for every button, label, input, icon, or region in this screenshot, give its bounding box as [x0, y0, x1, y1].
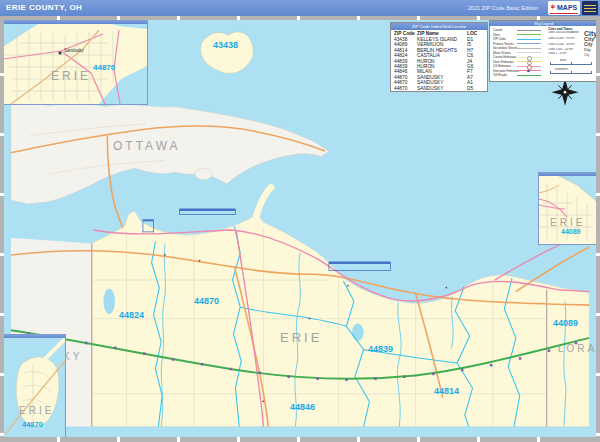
city-size-label: Cities 25,000 - 49,999: [548, 43, 574, 46]
grid-tick-border-right: [596, 16, 600, 442]
title-bar: ERIE COUNTY, OH 2021 ZIP Code Basic Edit…: [0, 0, 600, 16]
city-size-sample: City: [584, 48, 591, 52]
legend-item-label: ZIP Code: [493, 37, 506, 40]
legend-item-label: County Highways: [493, 55, 516, 58]
inset-sandusky: Sandusky ERIE 44870: [2, 20, 148, 105]
logo-decor-line: [584, 5, 596, 6]
inset-city-label: Sandusky: [64, 48, 84, 53]
city-size-sample: City: [584, 53, 589, 57]
logo-decor-line: [584, 11, 596, 12]
legend-line-sample: [517, 48, 541, 49]
legend-line-sample: [517, 43, 541, 44]
zip-table-title: ZIP Code Index/Grid Locator: [391, 24, 487, 29]
edition-label: 2021 ZIP Code Basic Edition: [468, 5, 538, 11]
legend-line-sample: [517, 30, 541, 31]
zip-label-44846: 44846: [290, 402, 315, 412]
legend-item-label: State: [493, 33, 500, 36]
county-label-ottawa: OTTAWA: [113, 139, 181, 153]
scale-tick: [550, 62, 551, 65]
legend-line-sample: [517, 52, 541, 53]
legend-item-label: Secondary Streets: [493, 46, 518, 49]
scale-tick: [571, 71, 572, 74]
legend-title: Map Legend: [490, 22, 598, 26]
legend-item-label: US Highways: [493, 64, 511, 67]
zip-label-44824: 44824: [119, 310, 144, 320]
scale-tick: [591, 62, 592, 65]
logo-underline: [550, 13, 578, 14]
inset-header-bar: [3, 21, 147, 24]
scale-tick: [571, 62, 572, 65]
legend-item-label: Toll Roads: [493, 73, 507, 76]
inset-vermilion: ERIE 44089: [538, 172, 597, 245]
grid-tick-border-top: [0, 16, 600, 20]
city-size-row: Cities 1 - 4,999 City: [548, 52, 596, 58]
legend-item-label: State Highways: [493, 60, 514, 63]
legend-item-label: Interstate Highways: [493, 69, 519, 72]
legend-item: Toll Roads: [490, 73, 546, 78]
inset-zip-label: 44870: [93, 63, 115, 72]
inset-sandusky-map: [3, 21, 147, 104]
zip-index-table: ZIP Code Index/Grid Locator ZIP Code ZIP…: [390, 22, 488, 92]
scale-tick: [591, 71, 592, 74]
scale-km-label: Kilometers: [555, 68, 568, 71]
inset-header-bar: [539, 173, 596, 176]
legend-line-sample: [517, 34, 541, 35]
cities-legend-title: Cities and Towns: [548, 27, 572, 30]
zip-label-44089: 44089: [553, 318, 578, 328]
page-title: ERIE COUNTY, OH: [6, 3, 82, 12]
inset-header-bar: [3, 335, 65, 338]
city-size-label: Cities 5,000 - 24,999: [548, 48, 573, 51]
inset-cedar-point: ERIE 44870: [2, 334, 66, 440]
publisher-logo: ✶ MAPS: [548, 1, 598, 15]
zip-label-43438: 43438: [213, 40, 238, 50]
cell-loc: D5: [467, 86, 473, 91]
county-label-erie: ERIE: [280, 330, 322, 345]
logo-star-icon: ✶: [549, 2, 557, 12]
map-page: OTTAWA ERIE LORAIN KY 43438 44870 44824 …: [0, 0, 600, 442]
legend-line-sample: [517, 39, 541, 40]
legend-item-label: Minor Streets: [493, 51, 511, 54]
city-size-sample: City: [584, 42, 593, 47]
inset-zip-label: 44870: [22, 420, 43, 429]
grid-tick-border-bottom: [0, 437, 600, 442]
zip-label-44870: 44870: [194, 296, 219, 306]
inset-zip-label: 44089: [561, 228, 580, 235]
col-header-zip-name: ZIP Name: [417, 31, 439, 36]
legend-item-label: Primary Streets: [493, 42, 514, 45]
inset-county-label: ERIE: [550, 217, 585, 228]
legend-header: Map Legend: [490, 21, 598, 26]
zip-label-44814: 44814: [434, 386, 459, 396]
scale-miles-label: Miles: [560, 59, 566, 62]
interstate-marker: [527, 70, 530, 73]
city-size-label: Cities 1 - 4,999: [548, 52, 566, 55]
zip-table-header: ZIP Code Index/Grid Locator: [391, 23, 487, 30]
city-size-label: Cities 100,000 and Above: [548, 31, 579, 34]
county-label-lorain: LORAIN: [558, 343, 600, 354]
logo-decor-line: [584, 8, 596, 9]
city-size-label: Cities 50,000 - 99,999: [548, 37, 574, 40]
table-row: 44870 SANDUSKY D5: [391, 86, 487, 91]
col-header-zip-code: ZIP Code: [394, 31, 415, 36]
scale-tick: [550, 71, 551, 74]
logo-brand-text: MAPS: [557, 4, 577, 11]
inset-county-label: ERIE: [19, 405, 54, 416]
map-legend: Map Legend County State ZIP Code Primary…: [489, 20, 599, 82]
cell-zip: 44870: [394, 86, 407, 91]
legend-item-label: County: [493, 28, 503, 31]
legend-line-sample: [517, 75, 541, 76]
grid-tick-border-left: [0, 16, 4, 442]
col-header-loc: LOC: [467, 31, 477, 36]
zip-label-44839: 44839: [368, 344, 393, 354]
cell-name: SANDUSKY: [417, 86, 443, 91]
inset-county-label: ERIE: [51, 69, 91, 83]
